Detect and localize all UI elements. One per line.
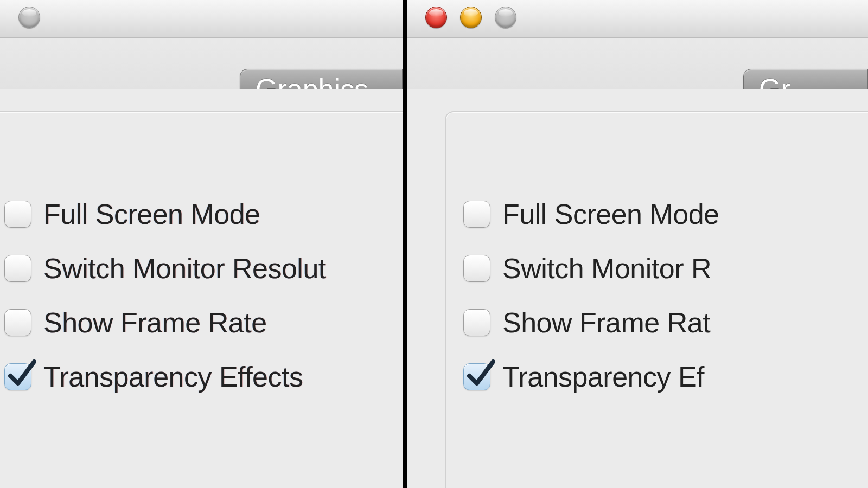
options-list-right: Full Screen Mode Switch Monitor R Show F… [463,198,719,393]
toolbar-left: Graphics [0,38,403,89]
checkbox-switch-monitor-resolution[interactable] [4,255,31,282]
option-label: Show Frame Rat [502,306,710,339]
option-label: Transparency Effects [43,361,303,393]
option-show-frame-rate: Show Frame Rate [4,306,326,339]
traffic-lights-right [425,7,516,28]
checkbox-show-frame-rate[interactable] [463,309,490,336]
option-full-screen-mode: Full Screen Mode [463,198,719,230]
option-label: Switch Monitor R [502,252,711,285]
option-label: Show Frame Rate [43,306,267,339]
content-left: Full Screen Mode Switch Monitor Resolut … [0,89,403,488]
options-list-left: Full Screen Mode Switch Monitor Resolut … [4,198,326,393]
option-transparency-effects: Transparency Ef [463,361,719,393]
checkbox-show-frame-rate[interactable] [4,309,31,336]
content-right: Full Screen Mode Switch Monitor R Show F… [407,89,868,488]
option-label: Transparency Ef [502,361,704,393]
window-left: Graphics Full Screen Mode Switch Monitor… [0,0,407,488]
minimize-icon[interactable] [460,7,482,28]
option-switch-monitor-resolution: Switch Monitor R [463,252,719,285]
close-icon[interactable] [18,7,40,28]
close-icon[interactable] [425,7,447,28]
checkmark-icon [6,358,36,389]
option-label: Full Screen Mode [502,198,719,230]
checkmark-icon [465,358,495,389]
toolbar-right: Gr [407,38,868,89]
option-transparency-effects: Transparency Effects [4,361,326,393]
option-show-frame-rate: Show Frame Rat [463,306,719,339]
titlebar-left [0,0,403,38]
checkbox-switch-monitor-resolution[interactable] [463,255,490,282]
window-right: Gr Full Screen Mode Switch Monitor R Sho… [407,0,868,488]
zoom-icon[interactable] [495,7,516,28]
checkbox-full-screen-mode[interactable] [463,201,490,228]
titlebar-right [407,0,868,38]
option-switch-monitor-resolution: Switch Monitor Resolut [4,252,326,285]
checkbox-full-screen-mode[interactable] [4,201,31,228]
checkbox-transparency-effects[interactable] [4,363,31,390]
comparison-split: Graphics Full Screen Mode Switch Monitor… [0,0,868,488]
checkbox-transparency-effects[interactable] [463,363,490,390]
option-label: Switch Monitor Resolut [43,252,326,285]
traffic-lights-left [18,7,40,28]
option-label: Full Screen Mode [43,198,260,230]
option-full-screen-mode: Full Screen Mode [4,198,326,230]
